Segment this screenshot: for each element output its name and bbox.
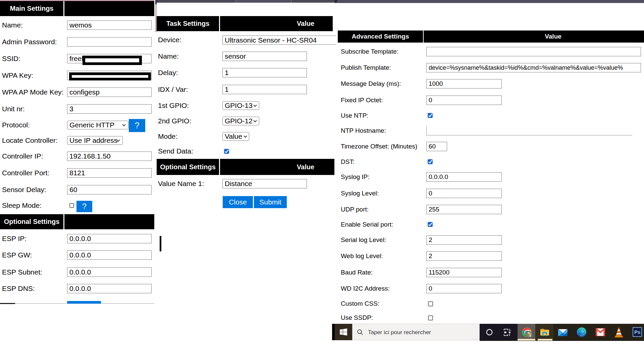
svg-text:Ps: Ps	[634, 329, 640, 335]
